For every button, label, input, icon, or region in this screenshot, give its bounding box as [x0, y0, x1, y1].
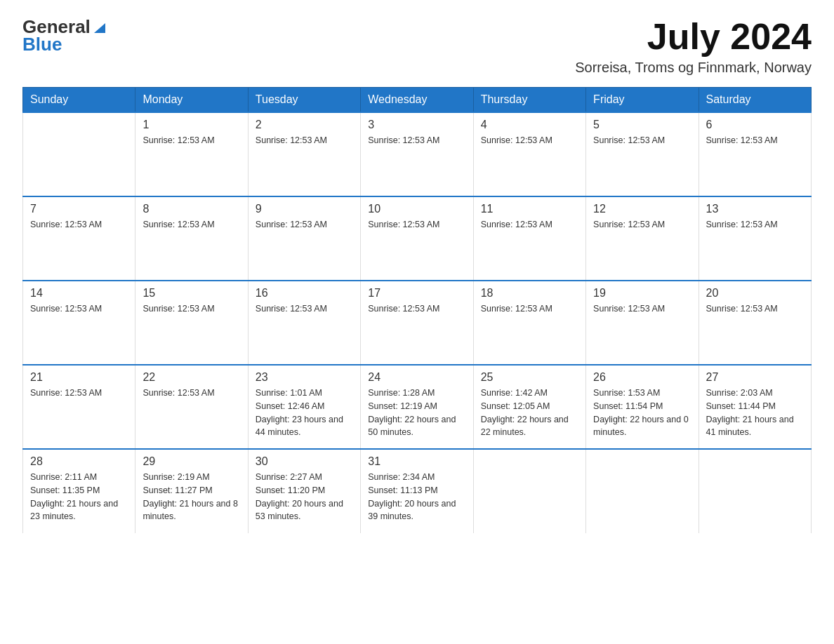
day-number: 1 [143, 119, 240, 131]
day-info: Sunrise: 2:27 AMSunset: 11:20 PMDaylight… [256, 471, 353, 523]
day-number: 3 [368, 119, 465, 131]
calendar-cell: 17Sunrise: 12:53 AM [361, 281, 473, 365]
calendar-cell: 8Sunrise: 12:53 AM [135, 196, 248, 281]
day-info: Sunrise: 12:53 AM [368, 218, 465, 232]
day-info: Sunrise: 2:03 AMSunset: 11:44 PMDaylight… [706, 387, 804, 439]
day-info: Sunrise: 12:53 AM [706, 302, 804, 316]
day-number: 21 [30, 371, 128, 384]
calendar-cell [586, 449, 699, 533]
day-number: 13 [706, 203, 804, 215]
page-header: General Blue July 2024 Sorreisa, Troms o… [22, 17, 812, 76]
day-info: Sunrise: 12:53 AM [706, 218, 804, 232]
day-info: Sunrise: 1:53 AMSunset: 11:54 PMDaylight… [593, 387, 691, 439]
calendar-cell: 26Sunrise: 1:53 AMSunset: 11:54 PMDaylig… [586, 365, 699, 449]
day-number: 4 [481, 119, 578, 131]
calendar-cell: 30Sunrise: 2:27 AMSunset: 11:20 PMDaylig… [248, 449, 360, 533]
calendar-cell [473, 449, 585, 533]
calendar-cell: 24Sunrise: 1:28 AMSunset: 12:19 AMDaylig… [361, 365, 473, 449]
day-number: 24 [368, 371, 465, 384]
day-info: Sunrise: 1:28 AMSunset: 12:19 AMDaylight… [368, 387, 465, 439]
day-info: Sunrise: 12:53 AM [256, 218, 353, 232]
day-info: Sunrise: 1:42 AMSunset: 12:05 AMDaylight… [481, 387, 578, 439]
day-info: Sunrise: 12:53 AM [368, 302, 465, 316]
logo-triangle-icon [94, 23, 105, 33]
day-info: Sunrise: 2:11 AMSunset: 11:35 PMDaylight… [30, 471, 128, 523]
day-info: Sunrise: 1:01 AMSunset: 12:46 AMDaylight… [256, 387, 353, 439]
day-of-week-header: Friday [586, 88, 699, 113]
calendar-cell: 13Sunrise: 12:53 AM [699, 196, 811, 281]
calendar-cell: 27Sunrise: 2:03 AMSunset: 11:44 PMDaylig… [699, 365, 811, 449]
day-number: 29 [143, 455, 240, 468]
calendar-week-row: 21Sunrise: 12:53 AM22Sunrise: 12:53 AM23… [23, 365, 812, 449]
day-info: Sunrise: 12:53 AM [143, 387, 240, 400]
logo-blue-text: Blue [22, 34, 105, 55]
day-number: 15 [143, 287, 240, 300]
calendar-cell: 25Sunrise: 1:42 AMSunset: 12:05 AMDaylig… [473, 365, 585, 449]
calendar-week-row: 28Sunrise: 2:11 AMSunset: 11:35 PMDaylig… [23, 449, 812, 533]
day-info: Sunrise: 12:53 AM [593, 134, 691, 147]
calendar-cell: 21Sunrise: 12:53 AM [23, 365, 135, 449]
calendar-cell: 22Sunrise: 12:53 AM [135, 365, 248, 449]
logo: General Blue [22, 17, 105, 54]
calendar-cell: 23Sunrise: 1:01 AMSunset: 12:46 AMDaylig… [248, 365, 360, 449]
month-title: July 2024 [575, 17, 812, 57]
calendar-cell: 6Sunrise: 12:53 AM [699, 112, 811, 196]
day-number: 30 [256, 455, 353, 468]
calendar-cell: 3Sunrise: 12:53 AM [361, 112, 473, 196]
days-of-week-row: SundayMondayTuesdayWednesdayThursdayFrid… [23, 88, 812, 113]
day-number: 7 [30, 203, 128, 215]
day-of-week-header: Thursday [473, 88, 585, 113]
day-number: 17 [368, 287, 465, 300]
day-info: Sunrise: 12:53 AM [481, 134, 578, 147]
day-of-week-header: Sunday [23, 88, 135, 113]
day-info: Sunrise: 12:53 AM [143, 134, 240, 147]
calendar-cell: 11Sunrise: 12:53 AM [473, 196, 585, 281]
calendar-cell: 7Sunrise: 12:53 AM [23, 196, 135, 281]
day-number: 8 [143, 203, 240, 215]
day-info: Sunrise: 12:53 AM [481, 218, 578, 232]
day-number: 2 [256, 119, 353, 131]
day-number: 19 [593, 287, 691, 300]
day-of-week-header: Monday [135, 88, 248, 113]
day-number: 25 [481, 371, 578, 384]
calendar-cell: 9Sunrise: 12:53 AM [248, 196, 360, 281]
day-info: Sunrise: 2:19 AMSunset: 11:27 PMDaylight… [143, 471, 240, 523]
title-section: July 2024 Sorreisa, Troms og Finnmark, N… [575, 17, 812, 76]
day-number: 14 [30, 287, 128, 300]
calendar-body: 1Sunrise: 12:53 AM2Sunrise: 12:53 AM3Sun… [23, 112, 812, 533]
calendar-table: SundayMondayTuesdayWednesdayThursdayFrid… [22, 87, 812, 533]
day-info: Sunrise: 12:53 AM [143, 218, 240, 232]
day-number: 6 [706, 119, 804, 131]
day-number: 12 [593, 203, 691, 215]
day-info: Sunrise: 12:53 AM [706, 134, 804, 147]
day-number: 16 [256, 287, 353, 300]
calendar-cell: 28Sunrise: 2:11 AMSunset: 11:35 PMDaylig… [23, 449, 135, 533]
day-of-week-header: Wednesday [361, 88, 473, 113]
day-info: Sunrise: 12:53 AM [256, 134, 353, 147]
day-number: 20 [706, 287, 804, 300]
day-info: Sunrise: 12:53 AM [368, 134, 465, 147]
day-of-week-header: Saturday [699, 88, 811, 113]
day-number: 10 [368, 203, 465, 215]
day-info: Sunrise: 12:53 AM [593, 218, 691, 232]
day-info: Sunrise: 12:53 AM [593, 302, 691, 316]
calendar-week-row: 7Sunrise: 12:53 AM8Sunrise: 12:53 AM9Sun… [23, 196, 812, 281]
calendar-cell: 29Sunrise: 2:19 AMSunset: 11:27 PMDaylig… [135, 449, 248, 533]
day-number: 9 [256, 203, 353, 215]
calendar-cell: 4Sunrise: 12:53 AM [473, 112, 585, 196]
calendar-cell: 14Sunrise: 12:53 AM [23, 281, 135, 365]
day-number: 22 [143, 371, 240, 384]
day-info: Sunrise: 12:53 AM [30, 302, 128, 316]
day-number: 27 [706, 371, 804, 384]
day-info: Sunrise: 2:34 AMSunset: 11:13 PMDaylight… [368, 471, 465, 523]
day-number: 23 [256, 371, 353, 384]
calendar-cell: 10Sunrise: 12:53 AM [361, 196, 473, 281]
calendar-week-row: 14Sunrise: 12:53 AM15Sunrise: 12:53 AM16… [23, 281, 812, 365]
calendar-cell: 31Sunrise: 2:34 AMSunset: 11:13 PMDaylig… [361, 449, 473, 533]
calendar-cell [23, 112, 135, 196]
day-number: 31 [368, 455, 465, 468]
day-info: Sunrise: 12:53 AM [481, 302, 578, 316]
day-info: Sunrise: 12:53 AM [143, 302, 240, 316]
calendar-cell: 20Sunrise: 12:53 AM [699, 281, 811, 365]
day-info: Sunrise: 12:53 AM [30, 218, 128, 232]
